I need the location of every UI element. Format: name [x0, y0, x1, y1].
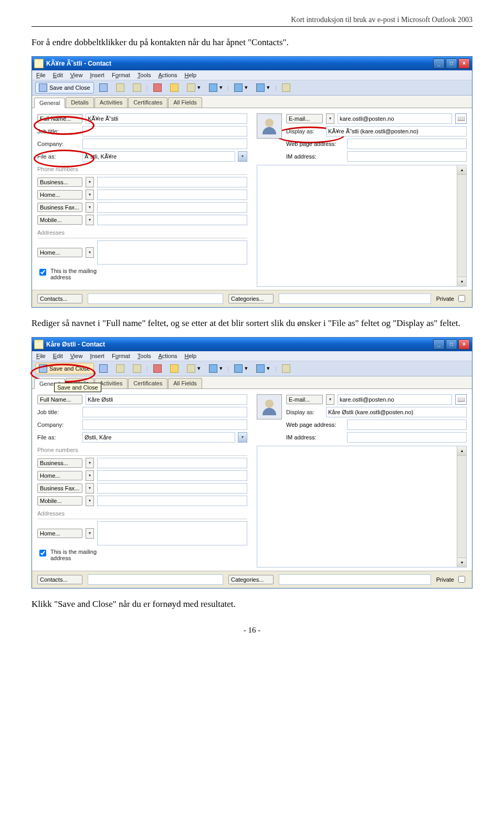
scroll-up-icon[interactable]: ▴: [457, 165, 466, 175]
menu-file[interactable]: File: [36, 353, 46, 359]
toolbar-button[interactable]: ▾: [184, 82, 204, 93]
phone-business-input[interactable]: [97, 177, 247, 187]
minimize-button[interactable]: _: [433, 58, 445, 69]
web-page-input[interactable]: [347, 419, 467, 430]
menu-tools[interactable]: Tools: [138, 353, 151, 359]
toolbar-prev-button[interactable]: ▾: [231, 363, 251, 374]
im-address-input[interactable]: [347, 151, 467, 162]
file-as-input[interactable]: Ã˜stli, KÃ¥re: [82, 151, 235, 162]
menu-actions[interactable]: Actions: [158, 353, 177, 359]
chevron-down-icon[interactable]: ▾: [86, 177, 94, 187]
toolbar-button[interactable]: [96, 363, 111, 374]
toolbar-button[interactable]: ▾: [206, 82, 226, 93]
phone-business-button[interactable]: Business...: [37, 177, 82, 187]
phone-business-button[interactable]: Business...: [37, 458, 82, 468]
display-as-input[interactable]: KÃ¥re Ã˜stli (kare.ostli@posten.no): [326, 126, 467, 136]
chevron-down-icon[interactable]: ▾: [86, 202, 94, 213]
menu-edit[interactable]: Edit: [53, 72, 63, 78]
phone-mobile-button[interactable]: Mobile...: [37, 496, 82, 506]
save-and-close-button[interactable]: Save and Close: [35, 363, 94, 374]
chevron-down-icon[interactable]: ▾: [326, 394, 334, 405]
toolbar-button[interactable]: ▾: [206, 363, 226, 374]
phone-mobile-input[interactable]: [97, 215, 247, 225]
chevron-down-icon[interactable]: ▾: [86, 215, 94, 225]
close-button[interactable]: ×: [458, 58, 470, 69]
toolbar-button[interactable]: [96, 82, 111, 93]
tab-certificates[interactable]: Certificates: [128, 97, 167, 108]
company-input[interactable]: [82, 419, 247, 430]
toolbar-button[interactable]: [279, 82, 293, 93]
chevron-down-icon[interactable]: ▾: [86, 458, 94, 468]
contact-avatar[interactable]: [257, 394, 282, 419]
addressbook-icon[interactable]: 📖: [455, 113, 467, 124]
address-home-button[interactable]: Home...: [37, 248, 82, 257]
menu-help[interactable]: Help: [185, 353, 197, 359]
phone-fax-button[interactable]: Business Fax...: [37, 484, 82, 493]
full-name-button[interactable]: Full Name...: [37, 395, 82, 404]
maximize-button[interactable]: □: [446, 58, 457, 69]
phone-fax-input[interactable]: [97, 483, 247, 493]
job-title-input[interactable]: [82, 407, 247, 417]
contacts-button[interactable]: Contacts...: [37, 575, 82, 584]
menu-insert[interactable]: Insert: [90, 72, 104, 78]
private-checkbox[interactable]: [458, 576, 465, 583]
email-button[interactable]: E-mail...: [286, 114, 323, 123]
menu-help[interactable]: Help: [185, 72, 197, 78]
addressbook-icon[interactable]: 📖: [455, 394, 467, 405]
menu-file[interactable]: File: [36, 72, 46, 78]
menu-view[interactable]: View: [70, 353, 83, 359]
categories-button[interactable]: Categories...: [228, 575, 274, 584]
email-button[interactable]: E-mail...: [286, 395, 323, 404]
contacts-button[interactable]: Contacts...: [37, 294, 82, 303]
full-name-button[interactable]: Full Name...: [37, 114, 82, 123]
phone-home-button[interactable]: Home...: [37, 471, 82, 480]
phone-fax-input[interactable]: [97, 202, 247, 213]
minimize-button[interactable]: _: [433, 339, 445, 350]
chevron-down-icon[interactable]: ▾: [86, 496, 94, 506]
chevron-down-icon[interactable]: ▾: [86, 483, 94, 493]
toolbar-prev-button[interactable]: ▾: [231, 82, 251, 93]
categories-input[interactable]: [279, 293, 431, 304]
scrollbar[interactable]: ▴ ▾: [457, 165, 466, 286]
scroll-up-icon[interactable]: ▴: [457, 446, 466, 456]
menu-actions[interactable]: Actions: [158, 72, 177, 78]
tab-allfields[interactable]: All Fields: [168, 97, 202, 108]
company-input[interactable]: [82, 139, 247, 149]
tab-activities[interactable]: Activities: [94, 97, 128, 108]
tab-general[interactable]: General: [34, 98, 65, 108]
chevron-down-icon[interactable]: ▾: [86, 470, 94, 481]
address-home-input[interactable]: [97, 521, 247, 545]
contact-avatar[interactable]: [257, 113, 282, 139]
toolbar-attach-button[interactable]: [130, 82, 144, 93]
phone-home-button[interactable]: Home...: [37, 190, 82, 199]
toolbar-button[interactable]: [167, 82, 182, 93]
phone-mobile-button[interactable]: Mobile...: [37, 215, 82, 225]
maximize-button[interactable]: □: [446, 339, 457, 350]
mailing-address-checkbox[interactable]: [39, 269, 46, 276]
phone-home-input[interactable]: [97, 470, 247, 481]
chevron-down-icon[interactable]: ▾: [86, 528, 94, 539]
phone-home-input[interactable]: [97, 190, 247, 200]
notes-area[interactable]: ▴ ▾: [257, 165, 467, 287]
toolbar-print-button[interactable]: [113, 82, 128, 93]
chevron-down-icon[interactable]: ▾: [86, 247, 94, 258]
im-address-input[interactable]: [347, 432, 467, 443]
full-name-input[interactable]: KÃ¥re Ã˜stli: [86, 113, 247, 124]
chevron-down-icon[interactable]: ▾: [326, 113, 334, 124]
toolbar-flag-button[interactable]: [150, 363, 165, 374]
scroll-down-icon[interactable]: ▾: [457, 558, 466, 567]
toolbar-button[interactable]: [279, 363, 293, 374]
menu-insert[interactable]: Insert: [90, 353, 104, 359]
save-and-close-button[interactable]: Save and Close: [35, 82, 94, 93]
phone-fax-button[interactable]: Business Fax...: [37, 203, 82, 212]
scroll-down-icon[interactable]: ▾: [457, 277, 466, 286]
scrollbar[interactable]: ▴ ▾: [457, 446, 466, 567]
email-input[interactable]: kare.ostli@posten.no: [338, 113, 452, 124]
mailing-address-checkbox[interactable]: [39, 550, 46, 556]
contacts-input[interactable]: [88, 293, 223, 304]
contacts-input[interactable]: [88, 574, 223, 585]
toolbar-button[interactable]: [167, 363, 182, 374]
address-home-button[interactable]: Home...: [37, 529, 82, 538]
toolbar-button[interactable]: ▾: [184, 363, 204, 374]
tab-allfields[interactable]: All Fields: [168, 378, 202, 388]
